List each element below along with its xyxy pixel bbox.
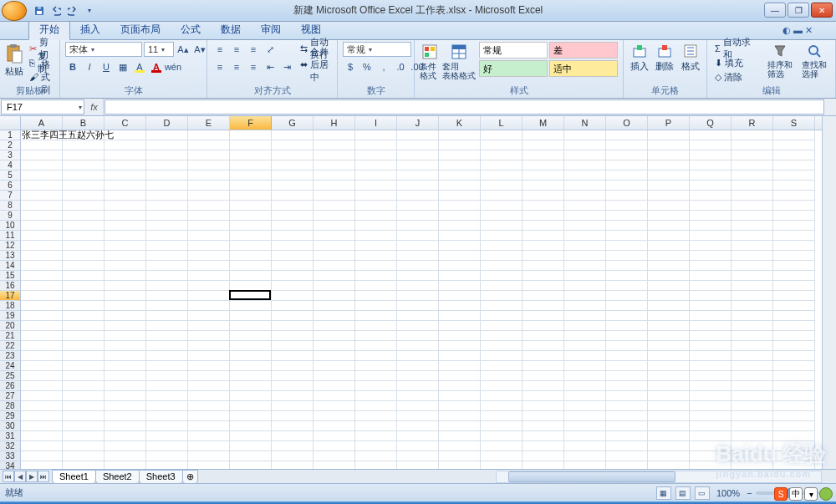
cell[interactable] xyxy=(314,391,355,401)
cell[interactable] xyxy=(314,361,355,371)
cell[interactable] xyxy=(690,391,732,401)
cell[interactable] xyxy=(564,211,606,221)
tab-nav-first[interactable]: ⏮ xyxy=(3,471,14,482)
cell[interactable] xyxy=(690,271,732,281)
cell[interactable] xyxy=(690,221,732,231)
cell[interactable] xyxy=(648,181,690,191)
cell[interactable] xyxy=(564,451,606,461)
number-format-combo[interactable]: 常规▾ xyxy=(343,42,411,57)
inc-decimal-button[interactable]: .0 xyxy=(393,59,408,74)
sort-filter-button[interactable]: 排序和 筛选 xyxy=(765,42,796,85)
column-header[interactable]: B xyxy=(63,116,104,130)
cell[interactable] xyxy=(648,261,690,271)
cell[interactable] xyxy=(63,361,104,371)
cell[interactable] xyxy=(564,351,606,361)
row-header[interactable]: 16 xyxy=(0,281,21,291)
cell[interactable] xyxy=(146,221,188,231)
cell[interactable] xyxy=(481,251,522,261)
row-header[interactable]: 31 xyxy=(0,431,21,441)
name-box[interactable]: F17▾ xyxy=(1,99,84,115)
cell[interactable] xyxy=(21,271,63,281)
cell[interactable] xyxy=(272,231,314,241)
cell[interactable] xyxy=(230,441,272,451)
cell[interactable] xyxy=(104,201,146,211)
format-painter-button[interactable]: 🖌格式刷 xyxy=(27,70,54,84)
cell[interactable] xyxy=(439,130,481,140)
cell[interactable] xyxy=(648,321,690,331)
cell[interactable] xyxy=(439,421,481,431)
cell[interactable] xyxy=(188,341,230,351)
cell[interactable] xyxy=(21,321,63,331)
cell[interactable] xyxy=(522,321,564,331)
cell[interactable] xyxy=(272,130,314,140)
cell[interactable] xyxy=(564,331,606,341)
cell[interactable] xyxy=(355,241,397,251)
cell[interactable] xyxy=(397,451,439,461)
cell[interactable] xyxy=(272,160,314,171)
cell[interactable] xyxy=(21,301,63,311)
cell[interactable] xyxy=(732,381,773,391)
cell[interactable] xyxy=(481,291,522,301)
cell[interactable] xyxy=(104,431,146,441)
cell[interactable] xyxy=(773,351,815,361)
cell[interactable] xyxy=(272,201,314,211)
cell[interactable] xyxy=(230,291,272,301)
cell[interactable] xyxy=(606,191,648,201)
cell[interactable] xyxy=(564,181,606,191)
cell[interactable] xyxy=(397,231,439,241)
cell[interactable] xyxy=(63,291,104,301)
cell[interactable] xyxy=(522,271,564,281)
cell[interactable] xyxy=(439,251,481,261)
cell[interactable] xyxy=(272,261,314,271)
cell[interactable] xyxy=(522,221,564,231)
cell[interactable] xyxy=(146,201,188,211)
cell[interactable] xyxy=(314,271,355,281)
cell[interactable] xyxy=(21,351,63,361)
cell[interactable] xyxy=(230,361,272,371)
cell[interactable] xyxy=(104,191,146,201)
cell[interactable] xyxy=(773,421,815,431)
font-name-combo[interactable]: 宋体▾ xyxy=(65,42,142,57)
cell[interactable] xyxy=(439,181,481,191)
cell[interactable] xyxy=(648,291,690,301)
cell[interactable] xyxy=(355,441,397,451)
cell[interactable] xyxy=(522,281,564,291)
cell[interactable] xyxy=(314,441,355,451)
autosum-button[interactable]: Σ 自动求和 xyxy=(712,42,762,55)
cell[interactable] xyxy=(606,351,648,361)
cell[interactable] xyxy=(188,251,230,261)
cell[interactable] xyxy=(522,241,564,251)
column-header[interactable]: J xyxy=(397,116,439,130)
cell[interactable] xyxy=(104,421,146,431)
cell[interactable] xyxy=(63,381,104,391)
cell[interactable] xyxy=(690,150,732,160)
cell[interactable] xyxy=(690,421,732,431)
cell[interactable] xyxy=(439,401,481,411)
cell[interactable] xyxy=(230,421,272,431)
cell[interactable] xyxy=(63,271,104,281)
ribbon-tab-数据[interactable]: 数据 xyxy=(211,20,251,39)
cell[interactable] xyxy=(773,181,815,191)
cell[interactable] xyxy=(314,231,355,241)
cell[interactable] xyxy=(648,301,690,311)
cell[interactable] xyxy=(732,401,773,411)
cell[interactable] xyxy=(146,181,188,191)
cell[interactable] xyxy=(355,391,397,401)
cell[interactable] xyxy=(606,150,648,160)
row-header[interactable]: 28 xyxy=(0,401,21,411)
cell[interactable] xyxy=(21,391,63,401)
row-header[interactable]: 2 xyxy=(0,140,21,150)
cell[interactable] xyxy=(104,251,146,261)
cell[interactable] xyxy=(188,291,230,301)
cell[interactable] xyxy=(606,181,648,191)
row-header[interactable]: 1 xyxy=(0,130,21,140)
cell[interactable] xyxy=(397,181,439,191)
cell[interactable] xyxy=(230,311,272,321)
cell[interactable] xyxy=(481,351,522,361)
conditional-format-button[interactable]: 条件格式 xyxy=(420,42,439,85)
cell[interactable] xyxy=(63,140,104,150)
close-button[interactable]: ✕ xyxy=(811,3,833,18)
cell[interactable] xyxy=(355,160,397,171)
cell[interactable] xyxy=(63,441,104,451)
cell[interactable] xyxy=(606,371,648,381)
